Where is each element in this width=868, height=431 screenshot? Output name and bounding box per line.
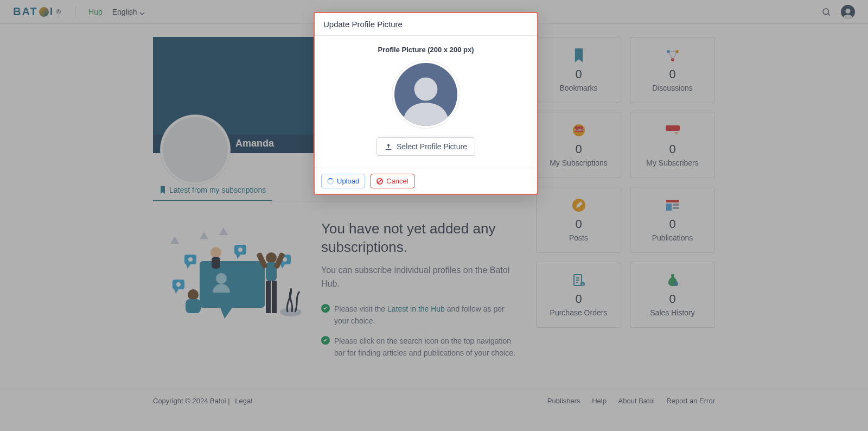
svg-point-41 <box>414 78 438 101</box>
spinner-icon <box>327 178 334 185</box>
profile-picture-preview <box>392 60 460 129</box>
modal-title: Update Profile Picture <box>315 13 537 36</box>
svg-line-43 <box>378 179 382 183</box>
select-profile-picture-button[interactable]: Select Profile Picture <box>376 137 475 156</box>
cancel-button[interactable]: Cancel <box>371 174 414 188</box>
upload-icon <box>385 143 392 150</box>
prohibit-icon <box>376 178 383 185</box>
profile-picture-label: Profile Picture (200 x 200 px) <box>323 46 528 54</box>
update-profile-picture-modal: Update Profile Picture Profile Picture (… <box>314 12 538 195</box>
upload-button[interactable]: Upload <box>321 174 365 188</box>
person-silhouette-icon <box>401 72 450 126</box>
